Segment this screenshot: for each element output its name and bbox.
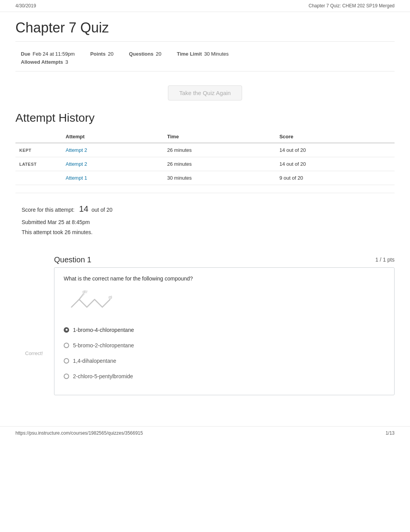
row-badge: KEPT [15,143,62,157]
submitted-line: Submitted Mar 25 at 8:45pm [22,217,388,228]
score-number: 14 [79,204,88,214]
table-row: LATESTAttempt 226 minutes14 out of 20 [15,157,395,171]
due-item: Due Feb 24 at 11:59pm [21,51,75,57]
time-limit-item: Time Limit 30 Minutes [177,51,229,57]
correct-label: Correct! [25,350,43,356]
points-label: Points [90,51,106,57]
answer-option: 1-bromo-4-chloropentane [64,322,385,338]
row-score: 9 out of 20 [276,171,395,185]
question-1-outer: Question 1 1 / 1 pts What is the correct… [54,252,395,395]
row-score: 14 out of 20 [276,143,395,157]
quiz-button-area: Take the Quiz Again [15,71,395,111]
date-label: 4/30/2019 [15,3,36,8]
question-1-box: What is the correct name for the followi… [54,267,395,395]
col-header-attempt: Attempt [62,131,163,143]
score-label: Score for this attempt: [22,207,75,213]
row-attempt[interactable]: Attempt 2 [62,143,163,157]
answer-option: 1,4-dihalopentane [64,353,385,369]
score-summary: Score for this attempt: 14 out of 20 Sub… [15,193,395,244]
svg-text:Br: Br [82,290,85,294]
questions-item: Questions 20 [129,51,161,57]
questions-label: Questions [129,51,154,57]
row-badge: LATEST [15,157,62,171]
col-header-badge [15,131,62,143]
score-out-of: out of 20 [91,207,113,213]
table-row: KEPTAttempt 226 minutes14 out of 20 [15,143,395,157]
svg-rect-3 [64,288,125,315]
col-header-time: Time [163,131,276,143]
answer-text: 2-chloro-5-pentylbromide [73,373,133,379]
footer-url: https://psu.instructure.com/courses/1982… [15,430,143,436]
page-header-title: Chapter 7 Quiz: CHEM 202 SP19 Merged [308,3,395,8]
question-1-header: Question 1 1 / 1 pts [54,252,395,267]
quiz-meta-row-1: Due Feb 24 at 11:59pm Points 20 Question… [21,51,395,57]
footer-page: 1/13 [386,430,395,436]
table-header-row: Attempt Time Score [15,131,395,143]
top-bar: 4/30/2019 Chapter 7 Quiz: CHEM 202 SP19 … [0,0,410,12]
answers-container: Correct! 1-bromo-4-chloropentane5-bromo-… [64,322,385,384]
time-limit-label: Time Limit [177,51,202,57]
footer-bar: https://psu.instructure.com/courses/1982… [0,426,410,440]
radio-circle-icon [64,358,69,364]
question-1-label: Question 1 [54,255,91,264]
table-row: Attempt 130 minutes9 out of 20 [15,171,395,185]
question-1-text: What is the correct name for the followi… [64,275,385,282]
allowed-attempts-item: Allowed Attempts 3 [21,59,68,65]
score-line: Score for this attempt: 14 out of 20 [22,201,388,217]
allowed-attempts-value: 3 [65,59,68,65]
row-badge [15,171,62,185]
row-time: 26 minutes [163,157,276,171]
answer-text: 1,4-dihalopentane [73,358,116,364]
compound-image: Br Cl Br Cl [64,288,385,316]
points-item: Points 20 [90,51,114,57]
attempt-history-title: Attempt History [15,111,395,124]
page-title: Chapter 7 Quiz [15,20,395,42]
radio-circle-icon [64,343,69,348]
radio-circle-icon [64,374,69,379]
row-time: 26 minutes [163,143,276,157]
row-score: 14 out of 20 [276,157,395,171]
col-header-score: Score [276,131,395,143]
took-line: This attempt took 26 minutes. [22,227,388,238]
due-value: Feb 24 at 11:59pm [33,51,75,57]
answer-text: 5-bromo-2-chloropentane [73,342,134,348]
row-attempt[interactable]: Attempt 1 [62,171,163,185]
answer-option: 2-chloro-5-pentylbromide [64,369,385,384]
svg-text:Cl: Cl [109,296,112,299]
main-content: Chapter 7 Quiz Due Feb 24 at 11:59pm Poi… [0,12,410,403]
radio-circle-icon [64,327,69,333]
row-attempt[interactable]: Attempt 2 [62,157,163,171]
questions-value: 20 [156,51,161,57]
question-1-pts: 1 / 1 pts [375,257,395,263]
allowed-attempts-label: Allowed Attempts [21,59,63,65]
points-value: 20 [108,51,113,57]
answer-text: 1-bromo-4-chloropentane [73,327,134,333]
row-time: 30 minutes [163,171,276,185]
due-label: Due [21,51,30,57]
take-quiz-button[interactable]: Take the Quiz Again [168,85,242,100]
quiz-meta-row-2: Allowed Attempts 3 [21,59,395,65]
quiz-meta: Due Feb 24 at 11:59pm Points 20 Question… [15,46,395,71]
attempt-history-table: Attempt Time Score KEPTAttempt 226 minut… [15,131,395,185]
time-limit-value: 30 Minutes [204,51,229,57]
answer-option: 5-bromo-2-chloropentane [64,338,385,353]
answer-options-list: 1-bromo-4-chloropentane5-bromo-2-chlorop… [64,322,385,384]
